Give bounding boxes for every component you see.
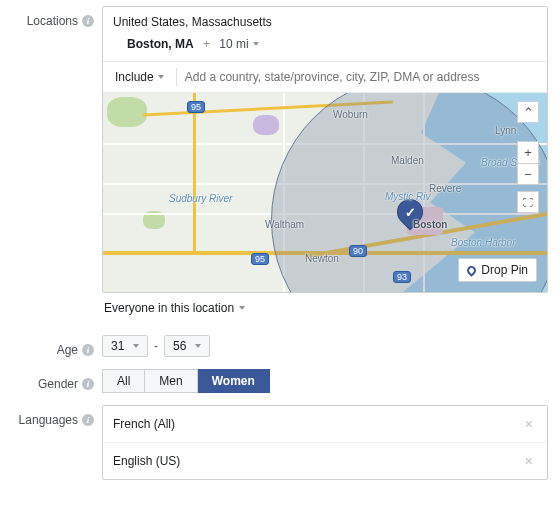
gender-women-button[interactable]: Women [198,369,270,393]
include-label: Include [115,70,154,84]
interstate-badge: 95 [251,253,269,265]
age-min-dropdown[interactable]: 31 [102,335,148,357]
radius-dropdown[interactable]: 10 mi [219,37,258,51]
locations-box: United States, Massachusetts Boston, MA … [102,6,548,293]
include-dropdown[interactable]: Include [109,66,170,88]
age-label-text: Age [57,343,78,357]
age-label: Age i [12,335,102,357]
info-icon[interactable]: i [82,15,94,27]
pin-icon [465,264,478,277]
map-water-label: Sudbury River [169,193,232,204]
locations-label: Locations i [12,6,102,28]
address-input[interactable] [183,66,541,88]
divider [176,68,177,86]
chevron-down-icon [158,75,164,79]
age-max-dropdown[interactable]: 56 [164,335,210,357]
map-water-label: Boston Harbor [451,237,515,248]
include-row: Include [103,61,547,92]
map-pan-up-button[interactable]: ⌃ [517,101,539,123]
gender-label: Gender i [12,369,102,391]
location-region: United States, Massachusetts [103,7,547,35]
location-scope-dropdown[interactable]: Everyone in this location [102,293,548,323]
map-city-label: Boston [413,219,447,230]
age-min-value: 31 [111,339,124,353]
language-name: English (US) [113,454,180,468]
map-city-label: Revere [429,183,461,194]
gender-men-button[interactable]: Men [145,369,197,393]
locations-label-text: Locations [27,14,78,28]
map-park [107,97,147,127]
info-icon[interactable]: i [82,344,94,356]
info-icon[interactable]: i [82,414,94,426]
map-highway [193,93,196,253]
plus-icon: + [203,37,210,51]
radius-value: 10 mi [219,37,248,51]
map-city-label: Woburn [333,109,368,120]
drop-pin-label: Drop Pin [481,263,528,277]
map-city-label: Lynn [495,125,516,136]
chevron-down-icon [195,344,201,348]
interstate-badge: 93 [393,271,411,283]
gender-all-button[interactable]: All [102,369,145,393]
map-fullscreen-button[interactable]: ⛶ [517,191,539,213]
chevron-down-icon [253,42,259,46]
map-area [253,115,279,135]
map-city-label: Malden [391,155,424,166]
location-scope-label: Everyone in this location [104,301,234,315]
map-city-label: Waltham [265,219,304,230]
map-city-label: Newton [305,253,339,264]
languages-box: French (All) × English (US) × [102,405,548,480]
languages-label: Languages i [12,405,102,427]
remove-language-button[interactable]: × [521,416,537,432]
chevron-down-icon [239,306,245,310]
language-name: French (All) [113,417,175,431]
language-item: French (All) × [103,406,547,442]
map-zoom-in-button[interactable]: + [517,141,539,163]
location-city-row: Boston, MA + 10 mi [103,35,547,61]
age-max-value: 56 [173,339,186,353]
gender-label-text: Gender [38,377,78,391]
drop-pin-button[interactable]: Drop Pin [458,258,537,282]
interstate-badge: 95 [187,101,205,113]
map-water-label: Mystic Riv [385,191,431,202]
gender-button-group: All Men Women [102,369,548,393]
info-icon[interactable]: i [82,378,94,390]
interstate-badge: 90 [349,245,367,257]
remove-language-button[interactable]: × [521,453,537,469]
map-zoom-out-button[interactable]: − [517,163,539,185]
languages-label-text: Languages [19,413,78,427]
age-separator: - [154,339,158,353]
location-city: Boston, MA [127,37,194,51]
chevron-down-icon [133,344,139,348]
language-item: English (US) × [103,442,547,479]
location-map[interactable]: Woburn Lynn Malden Revere Waltham Newton… [103,92,547,292]
